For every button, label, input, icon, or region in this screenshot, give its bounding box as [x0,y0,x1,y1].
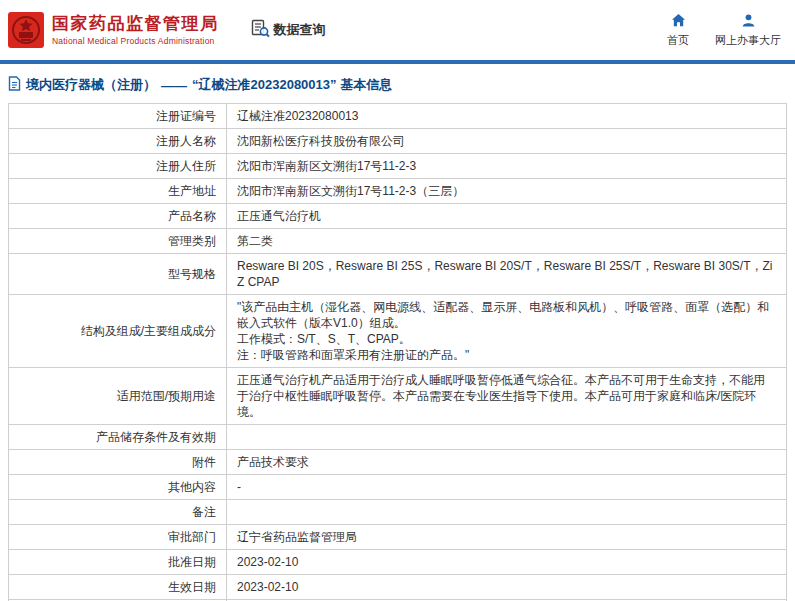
row-label: 适用范围/预期用途 [9,368,227,425]
table-row: 型号规格Resware BI 20S，Resware BI 25S，Reswar… [9,254,787,295]
row-label: 产品储存条件及有效期 [9,425,227,450]
page-title-dash: —— [161,78,187,93]
site-header: 国家药品监督管理局 National Medical Products Admi… [0,0,795,60]
table-row: 结构及组成/主要组成成分"该产品由主机（湿化器、网电源线、适配器、显示屏、电路板… [9,295,787,368]
table-row: 生产地址沈阳市浑南新区文溯街17号11-2-3（三层） [9,179,787,204]
row-value: - [227,475,787,500]
top-nav: 首页 网上办事大厅 [667,13,781,48]
table-row: 适用范围/预期用途正压通气治疗机产品适用于治疗成人睡眠呼吸暂停低通气综合征。本产… [9,368,787,425]
table-row: 注册人住所沈阳市浑南新区文溯街17号11-2-3 [9,154,787,179]
page-title-name: “辽械注准20232080013” 基本信息 [192,76,392,94]
row-value: 沈阳新松医疗科技股份有限公司 [227,129,787,154]
table-row: 其他内容- [9,475,787,500]
row-value: 2023-02-10 [227,575,787,600]
row-label: 注册人住所 [9,154,227,179]
row-label: 注册人名称 [9,129,227,154]
row-label: 生效日期 [9,575,227,600]
nav-online-hall[interactable]: 网上办事大厅 [715,13,781,48]
row-label: 其他内容 [9,475,227,500]
row-label: 备注 [9,500,227,525]
user-icon [741,13,756,30]
table-row: 注册证编号辽械注准20232080013 [9,104,787,129]
data-query-icon [251,19,270,41]
row-label: 生产地址 [9,179,227,204]
row-value: 正压通气治疗机产品适用于治疗成人睡眠呼吸暂停低通气综合征。本产品不可用于生命支持… [227,368,787,425]
info-table: 注册证编号辽械注准20232080013注册人名称沈阳新松医疗科技股份有限公司注… [8,103,787,601]
data-query-label: 数据查询 [274,21,326,39]
row-value: 沈阳市浑南新区文溯街17号11-2-3（三层） [227,179,787,204]
row-label: 管理类别 [9,229,227,254]
row-label: 注册证编号 [9,104,227,129]
row-value: Resware BI 20S，Resware BI 25S，Resware BI… [227,254,787,295]
site-subtitle: National Medical Products Administration [52,36,219,46]
row-label: 附件 [9,450,227,475]
row-value: 产品技术要求 [227,450,787,475]
nav-home[interactable]: 首页 [667,13,689,48]
row-value: 辽宁省药品监督管理局 [227,525,787,550]
data-query-tab[interactable]: 数据查询 [251,19,326,41]
table-row: 管理类别第二类 [9,229,787,254]
row-value [227,425,787,450]
row-value: 正压通气治疗机 [227,204,787,229]
row-value: "该产品由主机（湿化器、网电源线、适配器、显示屏、电路板和风机）、呼吸管路、面罩… [227,295,787,368]
page-title: 境内医疗器械（注册） —— “辽械注准20232080013” 基本信息 [0,64,795,103]
row-label: 批准日期 [9,550,227,575]
page-title-prefix: 境内医疗器械（注册） [26,76,156,94]
table-row: 批准日期2023-02-10 [9,550,787,575]
row-label: 产品名称 [9,204,227,229]
table-row: 注册人名称沈阳新松医疗科技股份有限公司 [9,129,787,154]
national-emblem-logo [8,12,44,48]
table-row: 产品储存条件及有效期 [9,425,787,450]
row-value: 沈阳市浑南新区文溯街17号11-2-3 [227,154,787,179]
nav-home-label: 首页 [667,33,689,48]
table-row: 审批部门辽宁省药品监督管理局 [9,525,787,550]
site-title: 国家药品监督管理局 [52,14,219,34]
row-label: 型号规格 [9,254,227,295]
info-table-body: 注册证编号辽械注准20232080013注册人名称沈阳新松医疗科技股份有限公司注… [9,104,787,601]
row-label: 审批部门 [9,525,227,550]
row-value [227,500,787,525]
document-icon [8,76,21,94]
table-row: 产品名称正压通气治疗机 [9,204,787,229]
table-row: 备注 [9,500,787,525]
row-value: 2023-02-10 [227,550,787,575]
row-value: 第二类 [227,229,787,254]
table-row: 生效日期2023-02-10 [9,575,787,600]
home-icon [671,13,686,30]
table-row: 附件产品技术要求 [9,450,787,475]
nav-online-hall-label: 网上办事大厅 [715,33,781,48]
row-value: 辽械注准20232080013 [227,104,787,129]
row-label: 结构及组成/主要组成成分 [9,295,227,368]
